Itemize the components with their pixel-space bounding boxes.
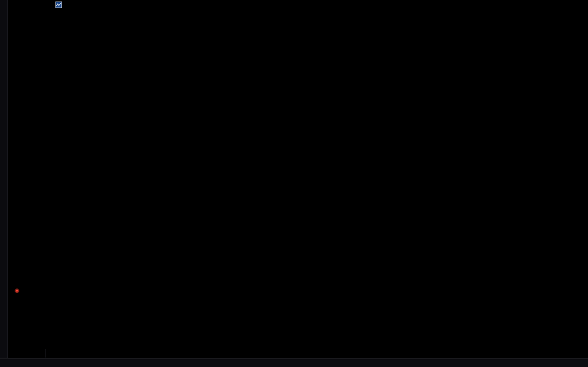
chart-title-row <box>45 1 69 8</box>
chart-canvas[interactable] <box>0 0 588 367</box>
bottom-toolbar <box>0 359 588 367</box>
kdj-pane-title <box>48 288 68 295</box>
kline-mini-icon <box>55 1 62 8</box>
trading-app-window <box>0 0 588 367</box>
period-selector[interactable] <box>8 349 45 358</box>
indicator-settings-icon[interactable] <box>14 288 20 294</box>
sidebar <box>0 0 8 358</box>
macd-pane-title <box>48 217 68 224</box>
